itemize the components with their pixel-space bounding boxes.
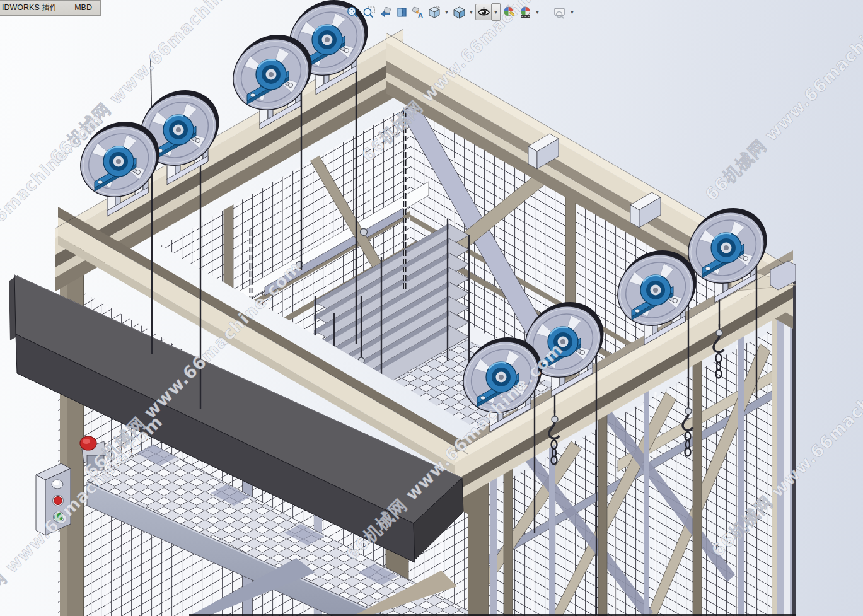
view-orientation-button[interactable] (426, 4, 443, 20)
tab-solidworks-addins[interactable]: IDWORKS 插件 (0, 0, 66, 16)
section-view-button[interactable] (393, 4, 410, 20)
watermark-text: 66机械网 www.66machine.com (701, 0, 863, 204)
apply-scene-dropdown[interactable]: ▼ (533, 4, 542, 20)
solidworks-window: 66机械网 www.66machine.com 66机械网 www.66mach… (0, 0, 863, 616)
apply-scene-button[interactable] (517, 4, 533, 20)
hide-show-items-dropdown[interactable]: ▼ (492, 3, 501, 21)
svg-text:A: A (418, 11, 423, 19)
heads-up-view-toolbar: A ▼ ▼ ▼ ▼ (344, 3, 576, 21)
view-settings-button[interactable] (552, 4, 568, 20)
view-settings-dropdown[interactable]: ▼ (568, 4, 576, 20)
command-tab-bar: IDWORKS 插件 MBD (0, 0, 101, 16)
dynamic-annotation-views-button[interactable]: A (410, 4, 426, 20)
3d-viewport[interactable]: 66机械网 www.66machine.com 66机械网 www.66mach… (0, 0, 863, 616)
zoom-to-area-button[interactable] (361, 4, 377, 20)
previous-view-button[interactable] (377, 4, 393, 20)
view-orientation-dropdown[interactable]: ▼ (443, 4, 451, 20)
tab-mbd[interactable]: MBD (66, 0, 101, 16)
display-style-button[interactable] (451, 4, 467, 20)
edit-appearance-button[interactable] (501, 4, 517, 20)
display-style-dropdown[interactable]: ▼ (467, 4, 475, 20)
hide-show-items-button[interactable] (475, 4, 492, 20)
zoom-to-fit-button[interactable] (344, 4, 361, 20)
